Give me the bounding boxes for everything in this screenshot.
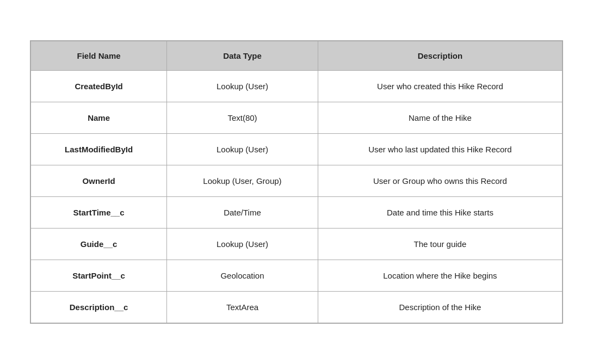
table-row: LastModifiedByIdLookup (User)User who la… bbox=[31, 134, 563, 165]
table-row: Guide__cLookup (User)The tour guide bbox=[31, 229, 563, 260]
cell-field-name: StartPoint__c bbox=[31, 260, 167, 292]
table-row: StartTime__cDate/TimeDate and time this … bbox=[31, 197, 563, 229]
cell-field-name: Guide__c bbox=[31, 229, 167, 260]
cell-data-type: Text(80) bbox=[167, 102, 318, 134]
header-field-name: Field Name bbox=[31, 41, 167, 71]
table-row: Description__cTextAreaDescription of the… bbox=[31, 292, 563, 323]
cell-field-name: OwnerId bbox=[31, 165, 167, 197]
cell-data-type: Lookup (User, Group) bbox=[167, 165, 318, 197]
cell-field-name: Description__c bbox=[31, 292, 167, 323]
cell-field-name: Name bbox=[31, 102, 167, 134]
table-row: NameText(80)Name of the Hike bbox=[31, 102, 563, 134]
hike-fields-table: Field Name Data Type Description Created… bbox=[30, 41, 563, 323]
cell-description: User who created this Hike Record bbox=[318, 71, 562, 102]
cell-data-type: Lookup (User) bbox=[167, 134, 318, 165]
cell-description: User who last updated this Hike Record bbox=[318, 134, 562, 165]
cell-description: The tour guide bbox=[318, 229, 562, 260]
cell-description: Description of the Hike bbox=[318, 292, 562, 323]
cell-description: Location where the Hike begins bbox=[318, 260, 562, 292]
cell-description: Date and time this Hike starts bbox=[318, 197, 562, 229]
cell-data-type: Geolocation bbox=[167, 260, 318, 292]
table-body: CreatedByIdLookup (User)User who created… bbox=[31, 71, 563, 323]
cell-data-type: Date/Time bbox=[167, 197, 318, 229]
main-table-wrapper: Field Name Data Type Description Created… bbox=[30, 40, 563, 324]
cell-data-type: Lookup (User) bbox=[167, 229, 318, 260]
table-row: CreatedByIdLookup (User)User who created… bbox=[31, 71, 563, 102]
cell-data-type: Lookup (User) bbox=[167, 71, 318, 102]
header-data-type: Data Type bbox=[167, 41, 318, 71]
header-description: Description bbox=[318, 41, 562, 71]
cell-field-name: StartTime__c bbox=[31, 197, 167, 229]
cell-description: User or Group who owns this Record bbox=[318, 165, 562, 197]
table-header-row: Field Name Data Type Description bbox=[31, 41, 563, 71]
cell-field-name: CreatedById bbox=[31, 71, 167, 102]
cell-description: Name of the Hike bbox=[318, 102, 562, 134]
cell-field-name: LastModifiedById bbox=[31, 134, 167, 165]
table-row: OwnerIdLookup (User, Group)User or Group… bbox=[31, 165, 563, 197]
cell-data-type: TextArea bbox=[167, 292, 318, 323]
table-row: StartPoint__cGeolocationLocation where t… bbox=[31, 260, 563, 292]
